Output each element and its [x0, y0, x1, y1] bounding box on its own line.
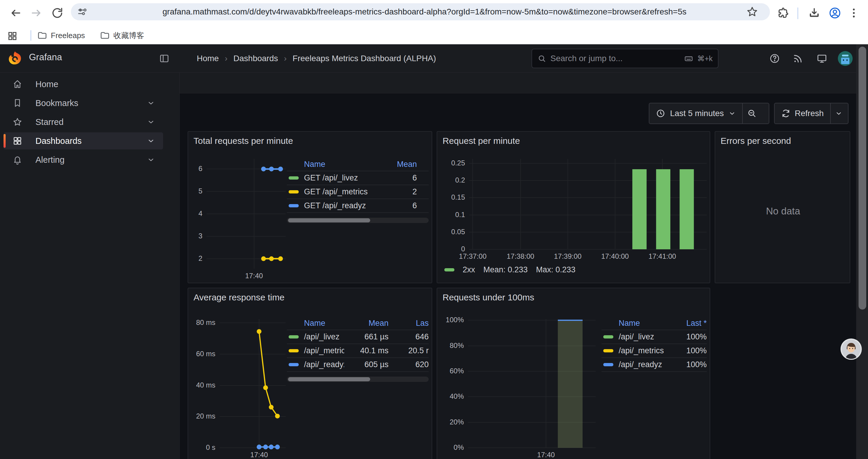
y-axis-tick: 80 ms — [192, 319, 215, 327]
back-icon[interactable] — [9, 6, 22, 20]
user-avatar[interactable] — [838, 51, 852, 66]
panel-title[interactable]: Average response time — [193, 292, 284, 302]
sidebar-item-dashboards[interactable]: Dashboards — [4, 132, 163, 150]
profile-icon[interactable] — [829, 6, 841, 20]
breadcrumb-dashboards[interactable]: Dashboards — [234, 54, 278, 63]
sidebar-item-bookmarks[interactable]: Bookmarks — [4, 95, 163, 112]
bookmark-folder-blogs[interactable]: 收藏博客 — [100, 30, 144, 41]
legend-row[interactable]: /api/_livez 661 µs 646 — [287, 330, 429, 344]
legend-col-name[interactable]: Name — [304, 319, 344, 328]
chevron-down-icon[interactable] — [147, 118, 155, 126]
browser-menu-icon[interactable] — [847, 6, 860, 20]
url-text[interactable]: grafana.mathmast.com/d/deytv4rwavabkb/fr… — [162, 3, 686, 21]
legend-col-last[interactable]: Last * — [674, 319, 707, 328]
chevron-down-icon[interactable] — [147, 156, 155, 164]
panel-title[interactable]: Request per minute — [442, 136, 520, 146]
series-name[interactable]: 2xx — [463, 265, 475, 274]
sidebar-item-home[interactable]: Home — [4, 76, 163, 93]
legend-col-last[interactable]: Las — [396, 319, 429, 328]
chevron-down-icon — [835, 110, 842, 117]
legend-col-mean[interactable]: Mean — [373, 160, 417, 169]
series-name[interactable]: /api/_metrics — [619, 346, 674, 355]
series-name[interactable]: /api/_livez — [619, 332, 674, 341]
legend-col-name[interactable]: Name — [304, 160, 373, 169]
avg-response-time-plot — [219, 319, 286, 448]
sidebar-item-alerting[interactable]: Alerting — [4, 151, 163, 168]
sidebar-toggle-icon[interactable] — [159, 53, 169, 64]
site-settings-icon[interactable] — [77, 6, 88, 17]
monitor-icon[interactable] — [816, 53, 827, 64]
forward-icon[interactable] — [30, 6, 43, 20]
x-axis-tick: 17:41:00 — [636, 252, 689, 261]
data-point — [261, 256, 266, 261]
clock-icon — [656, 109, 665, 118]
breadcrumb: Home › Dashboards › Freeleaps Metrics Da… — [197, 44, 436, 73]
chevron-down-icon[interactable] — [147, 99, 155, 107]
assistant-avatar[interactable] — [840, 338, 862, 360]
sidebar-item-starred[interactable]: Starred — [4, 113, 163, 131]
legend-col-mean[interactable]: Mean — [344, 319, 389, 328]
news-icon[interactable] — [793, 53, 803, 64]
panel-title[interactable]: Requests under 100ms — [442, 292, 534, 302]
data-point — [257, 445, 261, 449]
legend-row[interactable]: /api/_readyz 100% — [601, 358, 707, 372]
x-axis-tick: 17:40 — [519, 451, 572, 459]
legend-row[interactable]: GET /api/_readyz 6 — [287, 199, 429, 213]
series-mean: 605 µs — [344, 360, 389, 369]
legend-row[interactable]: /api/_metrics 40.1 ms 20.5 r — [287, 344, 429, 358]
download-icon[interactable] — [808, 6, 821, 20]
legend-line[interactable]: 2xx Mean: 0.233 Max: 0.233 — [444, 265, 576, 274]
series-swatch — [289, 335, 299, 338]
series-name[interactable]: GET /api/_metrics — [304, 187, 373, 196]
sidebar: Home Bookmarks Starred Dashboards Alerti… — [0, 73, 180, 459]
help-icon[interactable] — [769, 53, 780, 64]
y-axis-tick: 20% — [442, 418, 464, 426]
series-name[interactable]: /api/_readyz — [619, 360, 674, 369]
avg-response-time-chart: 80 ms60 ms40 ms20 ms0 s17:40 — [192, 319, 286, 459]
legend-row[interactable]: /api/_metrics 100% — [601, 344, 707, 358]
keyboard-icon — [684, 54, 693, 63]
extensions-icon[interactable] — [776, 6, 789, 20]
bookmark-star-icon[interactable] — [746, 6, 758, 18]
legend-scrollbar[interactable] — [287, 376, 429, 382]
legend-header: Name Mean — [287, 158, 429, 171]
bookmark-folder-freeleaps[interactable]: Freeleaps — [37, 30, 85, 41]
panel-title[interactable]: Total requests per minute — [193, 136, 293, 146]
bar — [632, 169, 646, 249]
zoom-out-button[interactable] — [743, 103, 761, 124]
legend-scrollbar[interactable] — [287, 218, 429, 223]
legend-row[interactable]: /api/_readyz 605 µs 620 — [287, 358, 429, 372]
series-name[interactable]: /api/_metrics — [304, 346, 344, 355]
refresh-interval-button[interactable] — [831, 103, 847, 124]
series-name[interactable]: /api/_livez — [304, 332, 344, 341]
refresh-button[interactable]: Refresh — [775, 103, 830, 124]
requests-under-100ms-plot — [468, 319, 596, 448]
grafana-logo[interactable] — [8, 51, 23, 66]
time-range-picker[interactable]: Last 5 minutes — [649, 103, 742, 124]
series-name[interactable]: GET /api/_readyz — [304, 201, 373, 210]
panel-errors-per-second[interactable]: Errors per second No data — [715, 131, 850, 283]
series-name[interactable]: /api/_readyz — [304, 360, 344, 369]
search-input[interactable]: Search or jump to... ⌘+k — [531, 49, 718, 68]
panel-requests-under-100ms[interactable]: Requests under 100ms 100%80%60%40%20%0%1… — [437, 288, 710, 459]
panel-total-requests[interactable]: Total requests per minute 6543217:40 Nam… — [188, 131, 432, 283]
request-per-minute-plot — [469, 159, 707, 249]
legend-col-name[interactable]: Name — [619, 319, 674, 328]
panel-title[interactable]: Errors per second — [720, 136, 791, 146]
url-bar[interactable]: grafana.mathmast.com/d/deytv4rwavabkb/fr… — [71, 3, 770, 21]
series-name[interactable]: GET /api/_livez — [304, 173, 373, 183]
apps-grid-icon[interactable] — [7, 31, 18, 41]
legend-row[interactable]: GET /api/_livez 6 — [287, 171, 429, 185]
page-scrollbar-thumb[interactable] — [859, 47, 866, 309]
panel-avg-response-time[interactable]: Average response time 80 ms60 ms40 ms20 … — [188, 288, 432, 459]
breadcrumb-home[interactable]: Home — [197, 54, 219, 63]
legend-row[interactable]: GET /api/_metrics 2 — [287, 185, 429, 199]
panel-request-per-minute[interactable]: Request per minute 0.250.20.150.10.05017… — [437, 131, 710, 283]
reload-icon[interactable] — [51, 6, 64, 20]
star-icon — [12, 117, 23, 127]
legend-row[interactable]: /api/_livez 100% — [601, 330, 707, 344]
y-axis-tick: 80% — [442, 341, 464, 350]
chevron-down-icon[interactable] — [147, 137, 155, 145]
bar — [680, 169, 694, 249]
bookmark-label: Freeleaps — [51, 31, 85, 40]
